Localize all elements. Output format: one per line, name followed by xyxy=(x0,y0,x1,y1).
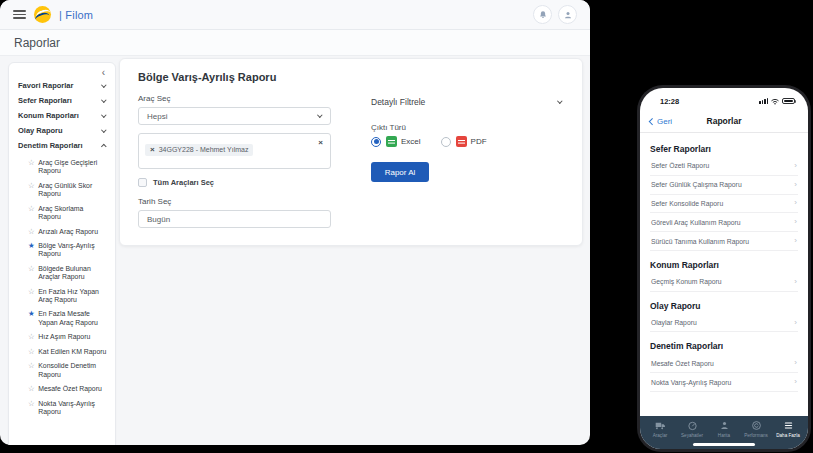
tab-harita[interactable]: Harita xyxy=(708,420,740,438)
vehicle-select-label: Araç Seç xyxy=(138,94,331,103)
account-button[interactable] xyxy=(558,5,577,24)
sidebar-item-nokta-varis[interactable]: ☆ Nokta Varış-Ayrılış Raporu xyxy=(28,397,107,420)
sidebar-category-sefer[interactable]: Sefer Raporları xyxy=(17,93,107,108)
sidebar-category-favoriler[interactable]: Favori Raporlar xyxy=(17,78,107,93)
star-icon[interactable]: ☆ xyxy=(28,288,35,296)
menu-icon[interactable] xyxy=(13,10,26,19)
section-title-olay: Olay Raporu xyxy=(650,301,798,311)
star-icon[interactable]: ☆ xyxy=(28,385,35,393)
star-icon[interactable]: ☆ xyxy=(28,159,35,167)
tab-daha-fazla[interactable]: Daha Fazla xyxy=(772,420,804,438)
list-item[interactable]: Görevli Araç Kullanım Raporu › xyxy=(650,213,798,232)
sidebar-item-label: En Fazla Hız Yapan Araç Raporu xyxy=(38,288,107,304)
back-label: Geri xyxy=(657,117,672,126)
list-item[interactable]: Geçmiş Konum Raporu › xyxy=(650,273,798,292)
status-icons xyxy=(759,98,795,105)
sidebar-item-label: Hız Aşım Raporu xyxy=(38,333,90,341)
vehicle-tag-label: 34GGY228 - Mehmet Yılmaz xyxy=(159,146,249,153)
vehicle-multiselect-box[interactable]: × 34GGY228 - Mehmet Yılmaz × xyxy=(138,133,331,169)
page-title: Raporlar xyxy=(14,36,60,50)
chevron-right-icon: › xyxy=(794,182,797,188)
sidebar-item-bolgede-bulunan[interactable]: ☆ Bölgede Bulunan Araçlar Raporu xyxy=(28,262,107,285)
sidebar-collapse-button[interactable]: ‹ xyxy=(17,68,107,78)
list-item[interactable]: Sefer Özeti Raporu › xyxy=(650,157,798,176)
chevron-down-icon xyxy=(102,97,107,102)
tab-araclar[interactable]: Araçlar xyxy=(644,420,676,438)
excel-label: Excel xyxy=(401,137,421,146)
sidebar-item-arizali[interactable]: ☆ Arızalı Araç Raporu xyxy=(28,224,107,239)
sidebar-item-en-fazla-mesafe[interactable]: ★ En Fazla Mesafe Yapan Araç Raporu xyxy=(28,307,107,330)
output-type-options: Excel PDF xyxy=(371,136,564,147)
pdf-file-icon xyxy=(456,136,467,147)
star-icon[interactable]: ☆ xyxy=(28,400,35,408)
sidebar-item-en-fazla-hiz[interactable]: ☆ En Fazla Hız Yapan Araç Raporu xyxy=(28,284,107,307)
tab-seyahatler[interactable]: Seyahatler xyxy=(676,420,708,438)
list-item[interactable]: Nokta Varış-Ayrılış Raporu › xyxy=(650,373,798,392)
desktop-body: ‹ Favori Raporlar Sefer Raporları Konum … xyxy=(0,56,590,444)
sidebar-category-konum[interactable]: Konum Raporları xyxy=(17,108,107,123)
select-all-row[interactable]: Tüm Araçları Seç xyxy=(138,178,331,187)
list-item[interactable]: Sefer Konsolide Raporu › xyxy=(650,195,798,214)
star-icon[interactable]: ☆ xyxy=(28,265,35,273)
remove-tag-icon[interactable]: × xyxy=(150,146,155,153)
phone-mockup: 12:28 Geri Raporlar Sefer Raporları Sef xyxy=(637,85,811,452)
back-button[interactable]: Geri xyxy=(650,117,672,126)
star-filled-icon[interactable]: ★ xyxy=(28,242,35,250)
vehicle-select[interactable]: Hepsi xyxy=(138,107,331,125)
home-indicator[interactable] xyxy=(693,443,755,447)
get-report-button[interactable]: Rapor Al xyxy=(371,162,429,182)
star-icon[interactable]: ☆ xyxy=(28,348,35,356)
section-title-denetim: Denetim Raporları xyxy=(650,341,798,351)
sidebar-item-label: Araç Günlük Skor Raporu xyxy=(38,182,107,198)
chevron-right-icon: › xyxy=(794,219,797,225)
sidebar-item-label: Mesafe Özet Raporu xyxy=(38,385,102,393)
star-icon[interactable]: ☆ xyxy=(28,205,35,213)
detail-filter-label: Detaylı Filtrele xyxy=(371,97,425,107)
sidebar-item-bolge-varis[interactable]: ★ Bölge Varış-Ayrılış Raporu xyxy=(28,239,107,262)
detail-filter-toggle[interactable]: Detaylı Filtrele xyxy=(371,94,564,110)
list-item[interactable]: Olaylar Raporu › xyxy=(650,314,798,333)
output-type-label: Çıktı Türü xyxy=(371,123,564,132)
star-icon[interactable]: ☆ xyxy=(28,362,35,370)
sidebar-item-label: Nokta Varış-Ayrılış Raporu xyxy=(38,400,107,416)
star-filled-icon[interactable]: ★ xyxy=(28,310,35,318)
list-item[interactable]: Sefer Günlük Çalışma Raporu › xyxy=(650,176,798,195)
date-input[interactable]: Bugün xyxy=(138,210,331,228)
user-icon xyxy=(563,10,573,20)
list-item[interactable]: Mesafe Özet Raporu › xyxy=(650,354,798,373)
notifications-button[interactable] xyxy=(533,5,552,24)
select-all-checkbox[interactable] xyxy=(138,178,147,187)
phone-nav-bar: Geri Raporlar xyxy=(640,110,808,133)
excel-radio[interactable] xyxy=(371,137,381,147)
sidebar-item-konsolide-denetim[interactable]: ☆ Konsolide Denetim Raporu xyxy=(28,359,107,382)
sidebar-item-arac-gise[interactable]: ☆ Araç Gişe Geçişleri Raporu xyxy=(28,156,107,179)
star-icon[interactable]: ☆ xyxy=(28,228,35,236)
tab-performans[interactable]: Performans xyxy=(740,420,772,438)
chevron-right-icon: › xyxy=(794,200,797,206)
sidebar-item-hiz-asim[interactable]: ☆ Hız Aşım Raporu xyxy=(28,330,107,345)
vehicle-tag: × 34GGY228 - Mehmet Yılmaz xyxy=(145,144,253,156)
sidebar-item-kat-edilen-km[interactable]: ☆ Kat Edilen KM Raporu xyxy=(28,345,107,360)
chevron-left-icon xyxy=(649,118,655,124)
pdf-radio[interactable] xyxy=(441,137,451,147)
sidebar-item-label: Kat Edilen KM Raporu xyxy=(38,348,106,356)
gauge-icon xyxy=(687,420,698,431)
list-item[interactable]: Sürücü Tanıma Kullanım Raporu › xyxy=(650,232,798,251)
sidebar-category-label: Favori Raporlar xyxy=(18,81,73,90)
performance-icon xyxy=(751,420,762,431)
sidebar-item-gunluk-skor[interactable]: ☆ Araç Günlük Skor Raporu xyxy=(28,179,107,202)
sidebar-item-mesafe-ozet[interactable]: ☆ Mesafe Özet Raporu xyxy=(28,382,107,397)
sidebar-item-skorlama[interactable]: ☆ Araç Skorlama Raporu xyxy=(28,202,107,225)
sidebar-category-label: Konum Raporları xyxy=(18,111,79,120)
sidebar-category-olay[interactable]: Olay Raporu xyxy=(17,123,107,138)
more-menu-icon xyxy=(783,420,794,431)
date-value: Bugün xyxy=(147,215,170,224)
sidebar-category-denetim[interactable]: Denetim Raporları xyxy=(17,138,107,153)
clear-all-icon[interactable]: × xyxy=(318,139,323,147)
report-form-card: Bölge Varış-Ayrılış Raporu Araç Seç Heps… xyxy=(119,58,583,246)
sidebar-item-label: Bölgede Bulunan Araçlar Raporu xyxy=(38,265,107,281)
sidebar-item-label: Araç Skorlama Raporu xyxy=(38,205,107,221)
report-title: Bölge Varış-Ayrılış Raporu xyxy=(138,71,564,83)
star-icon[interactable]: ☆ xyxy=(28,333,35,341)
star-icon[interactable]: ☆ xyxy=(28,182,35,190)
